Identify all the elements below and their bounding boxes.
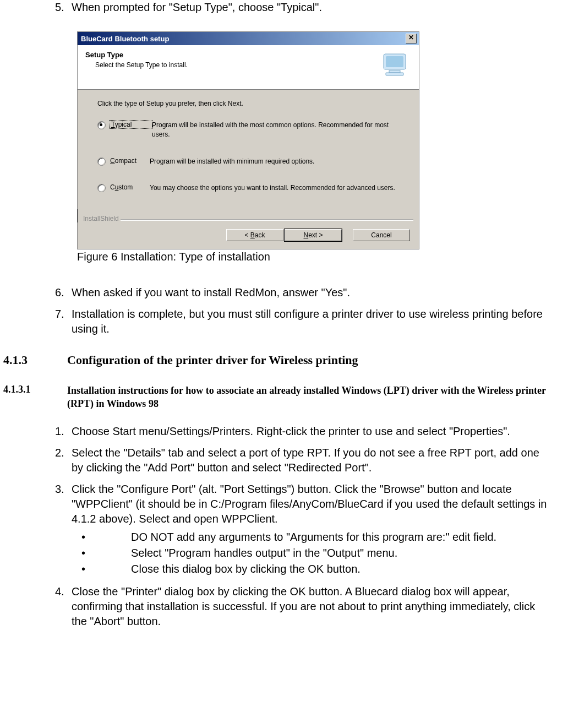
option-typical-desc: Program will be installed with the most …	[152, 121, 405, 139]
heading-4-1-3-1-num: 4.1.3.1	[0, 384, 67, 411]
s2-step-2-text: Select the "Details" tab and select a po…	[72, 446, 557, 475]
body-panel: Click the type of Setup you prefer, then…	[78, 90, 419, 209]
s2-step-1: 1. Choose Start menu/Settings/Printers. …	[55, 424, 557, 439]
step-6-text: When asked if you want to install RedMon…	[72, 285, 557, 300]
option-custom-label: Custom	[110, 183, 150, 191]
header-sub: Select the Setup Type to install.	[85, 61, 188, 69]
heading-4-1-3: 4.1.3 Configuration of the printer drive…	[0, 353, 557, 367]
step-6-num: 6.	[55, 285, 72, 300]
s2-step-4-text: Close the "Printer" dialog box by clicki…	[72, 584, 557, 629]
s2-step-3-num: 3.	[55, 482, 72, 578]
s2-step-1-num: 1.	[55, 424, 72, 439]
radio-custom[interactable]	[97, 184, 106, 192]
installshield-label: InstallShield	[78, 215, 419, 222]
next-button[interactable]: Next >	[285, 229, 342, 241]
heading-4-1-3-1-text: Installation instructions for how to ass…	[67, 384, 557, 411]
step-7: 7. Installation is complete, but you mus…	[55, 307, 557, 336]
step-6: 6. When asked if you want to install Red…	[55, 285, 557, 300]
svg-rect-1	[386, 56, 403, 67]
titlebar-title: BlueCard Bluetooth setup	[80, 35, 169, 43]
heading-4-1-3-1: 4.1.3.1 Installation instructions for ho…	[0, 384, 557, 411]
button-row: < BackNext >Cancel	[78, 222, 419, 249]
titlebar: BlueCard Bluetooth setup ✕	[78, 32, 419, 45]
step-7-num: 7.	[55, 307, 72, 336]
option-typical-label: Typical	[110, 121, 152, 128]
header-title: Setup Type	[85, 51, 188, 59]
back-button[interactable]: < Back	[226, 229, 283, 241]
option-compact-label: Compact	[110, 157, 150, 165]
s2-step-3-text: Click the "Configure Port" (alt. "Port S…	[72, 482, 557, 578]
option-typical[interactable]: Typical Program will be installed with t…	[97, 121, 405, 139]
installer-window: BlueCard Bluetooth setup ✕ Setup Type Se…	[77, 31, 419, 249]
s2-step-3-b1: •DO NOT add any arguments to "Arguments …	[72, 530, 548, 545]
radio-typical[interactable]	[97, 121, 106, 129]
option-custom-desc: You may choose the options you want to i…	[150, 183, 405, 193]
step-7-text: Installation is complete, but you must s…	[72, 307, 557, 336]
header-panel: Setup Type Select the Setup Type to inst…	[78, 45, 419, 90]
heading-4-1-3-text: Configuration of the printer driver for …	[67, 353, 358, 367]
svg-rect-3	[386, 73, 403, 75]
s2-step-3: 3. Click the "Configure Port" (alt. "Por…	[55, 482, 557, 578]
close-icon[interactable]: ✕	[406, 34, 417, 44]
option-compact-desc: Program will be installed with minimum r…	[150, 157, 405, 166]
step-5-num: 5.	[55, 0, 72, 15]
cancel-button[interactable]: Cancel	[353, 229, 410, 241]
step-5-text: When prompted for "Setup Type", choose "…	[72, 0, 557, 15]
option-compact[interactable]: Compact Program will be installed with m…	[97, 157, 405, 166]
s2-step-3-b3: •Close this dialog box by clicking the O…	[72, 562, 548, 577]
figure-caption: Figure 6 Installation: Type of installat…	[77, 251, 557, 263]
heading-4-1-3-num: 4.1.3	[0, 353, 67, 367]
computer-icon	[380, 51, 411, 78]
s2-step-3-b2: •Select "Program handles output" in the …	[72, 546, 548, 561]
s2-step-2: 2. Select the "Details" tab and select a…	[55, 446, 557, 475]
radio-compact[interactable]	[97, 157, 106, 166]
step-5: 5. When prompted for "Setup Type", choos…	[55, 0, 557, 15]
s2-step-2-num: 2.	[55, 446, 72, 475]
s2-step-4-num: 4.	[55, 584, 72, 629]
s2-step-4: 4. Close the "Printer" dialog box by cli…	[55, 584, 557, 629]
installer-figure: BlueCard Bluetooth setup ✕ Setup Type Se…	[77, 31, 557, 249]
option-custom[interactable]: Custom You may choose the options you wa…	[97, 183, 405, 193]
body-intro: Click the type of Setup you prefer, then…	[97, 100, 405, 107]
svg-rect-2	[389, 70, 400, 73]
s2-step-1-text: Choose Start menu/Settings/Printers. Rig…	[72, 424, 557, 439]
